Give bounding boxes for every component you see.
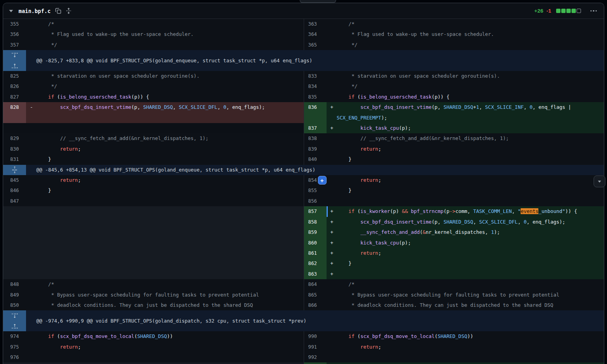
line-number-new[interactable]: 836: [304, 102, 327, 123]
line-number-old[interactable]: 845: [3, 175, 26, 185]
line-number-new[interactable]: 858: [304, 217, 327, 227]
line-number-new[interactable]: 840: [304, 154, 327, 164]
file-name[interactable]: main.bpf.c: [19, 8, 50, 14]
diff-cell-old: 826 */: [3, 81, 304, 91]
line-number-new[interactable]: 837: [304, 123, 327, 133]
code-line: * deadlock conditions. They can just be …: [327, 300, 604, 310]
chevron-down-icon: [9, 10, 13, 12]
collapse-file-button[interactable]: [8, 8, 14, 14]
code-line: [327, 362, 604, 364]
diff-row: 828- scx_bpf_dsq_insert_vtime(p, SHARED_…: [3, 102, 604, 123]
line-number-old[interactable]: 850: [3, 300, 26, 310]
diff-cell-old: 975 return;: [3, 342, 304, 352]
file-menu-button[interactable]: [590, 9, 598, 13]
line-number-new[interactable]: 865: [304, 290, 327, 300]
diffstat-block-added: [556, 9, 560, 13]
diff-cell-old: [3, 217, 304, 227]
line-number-old[interactable]: 825: [3, 71, 26, 81]
hunk-header: @@ -845,6 +854,13 @@ void BPF_STRUCT_OPS…: [26, 165, 604, 175]
line-number-new[interactable]: 856: [304, 196, 327, 206]
line-number-new[interactable]: [304, 362, 327, 364]
diff-cell-new: 864 /*: [304, 279, 604, 289]
add-comment-button[interactable]: +: [318, 176, 327, 185]
copy-icon: [55, 7, 62, 14]
line-number-new[interactable]: 991: [304, 342, 327, 352]
line-number-old[interactable]: 848: [3, 279, 26, 289]
line-number-new[interactable]: 866: [304, 300, 327, 310]
line-number-old[interactable]: 826: [3, 81, 26, 91]
diff-cell-old: 828- scx_bpf_dsq_insert_vtime(p, SHARED_…: [3, 102, 304, 123]
line-number-new[interactable]: 990: [304, 331, 327, 342]
diff-row: 829 // __sync_fetch_and_add(&nr_kernel_d…: [3, 133, 604, 144]
expand-down-button[interactable]: ↓: [3, 50, 26, 60]
line-options-button[interactable]: [594, 175, 605, 187]
line-number-new[interactable]: 838: [304, 133, 327, 144]
line-number-new[interactable]: 835: [304, 92, 327, 102]
expand-up-button[interactable]: ↑: [3, 321, 26, 331]
code-line: }: [327, 185, 604, 196]
code-line: return;: [327, 144, 604, 154]
diff-cell-old: 825 * starvation on user space scheduler…: [3, 71, 304, 81]
code-line: if (scx_bpf_dsq_move_to_local(SHARED_DSQ…: [327, 331, 604, 342]
line-number-new[interactable]: 859: [304, 227, 327, 237]
diff-row: 976992: [3, 352, 604, 362]
expand-all-button[interactable]: ↑↓: [3, 165, 26, 175]
diff-cell-new: 991 return;: [304, 342, 604, 352]
line-number-old[interactable]: 828: [3, 102, 26, 123]
code-line: return;: [327, 342, 604, 352]
line-number-new[interactable]: 839: [304, 144, 327, 154]
line-number-new[interactable]: 855: [304, 185, 327, 196]
line-number-new[interactable]: 861: [304, 248, 327, 258]
line-number-old[interactable]: 357: [3, 40, 26, 50]
line-number-old[interactable]: 831: [3, 154, 26, 164]
diff-cell-old: 974 if (scx_bpf_dsq_move_to_local(SHARED…: [3, 331, 304, 342]
line-number-new[interactable]: 365: [304, 40, 327, 50]
line-number-old[interactable]: 827: [3, 92, 26, 102]
line-number-new[interactable]: 992: [304, 352, 327, 362]
line-number-new[interactable]: 363: [304, 19, 327, 29]
diff-cell-old: 355 /*: [3, 19, 304, 29]
copy-path-button[interactable]: [55, 7, 62, 14]
line-number-old[interactable]: 829: [3, 133, 26, 144]
diff-cell-new: 992: [304, 352, 604, 362]
code-line: * deadlock conditions. They can just be …: [26, 300, 304, 310]
diff-cell-new: 860+ kick_task_cpu(p);: [304, 238, 604, 248]
line-number-old[interactable]: 976: [3, 352, 26, 362]
line-number-old[interactable]: 356: [3, 29, 26, 39]
code-line: * Flag used to wake-up the user-space sc…: [327, 29, 604, 39]
code-line: + }: [327, 258, 604, 269]
expand-up-button[interactable]: ↑: [3, 61, 26, 71]
line-number-old[interactable]: 974: [3, 331, 26, 342]
code-line: // __sync_fetch_and_add(&nr_kernel_dispa…: [26, 133, 304, 144]
code-line: /*: [327, 19, 604, 29]
code-line: /*: [26, 19, 304, 29]
line-number-old[interactable]: 846: [3, 185, 26, 196]
diff-cell-new: 859+ __sync_fetch_and_add(&nr_kernel_dis…: [304, 227, 604, 237]
code-line: * starvation on user space scheduler gor…: [26, 71, 304, 81]
diff-cell-new: 863+: [304, 269, 604, 279]
line-number-new[interactable]: 860: [304, 238, 327, 248]
line-number-old[interactable]: 975: [3, 342, 26, 352]
line-number-new[interactable]: 834: [304, 81, 327, 91]
line-number-old[interactable]: 849: [3, 290, 26, 300]
diff-cell-old: [3, 248, 304, 258]
line-number-new[interactable]: 864: [304, 279, 327, 289]
line-number-old[interactable]: 355: [3, 19, 26, 29]
expand-hunks-button[interactable]: [66, 7, 71, 14]
diff-cell-new: 837+ kick_task_cpu(p);: [304, 123, 604, 133]
line-number-new[interactable]: 857: [304, 206, 327, 217]
line-number-old[interactable]: 847: [3, 196, 26, 206]
file-header: main.bpf.c +26 -1: [3, 3, 604, 19]
diffstat-block-added: [572, 9, 576, 13]
code-line: + scx_bpf_dsq_insert_vtime(p, SHARED_DSQ…: [327, 217, 604, 227]
line-number-new[interactable]: 862: [304, 258, 327, 269]
code-line: * Bypass user-space scheduling for fault…: [327, 290, 604, 300]
line-number-new[interactable]: 863: [304, 269, 327, 279]
line-number-new[interactable]: 364: [304, 29, 327, 39]
diff-cell-old: 356 * Flag used to wake-up the user-spac…: [3, 29, 304, 39]
expand-down-button[interactable]: ↓: [3, 310, 26, 321]
line-number-new[interactable]: 833: [304, 71, 327, 81]
diff-cell-old: [3, 206, 304, 217]
code-line: + if (is_kworker(p) && bpf_strncmp(p->co…: [327, 206, 604, 217]
line-number-old[interactable]: 830: [3, 144, 26, 154]
